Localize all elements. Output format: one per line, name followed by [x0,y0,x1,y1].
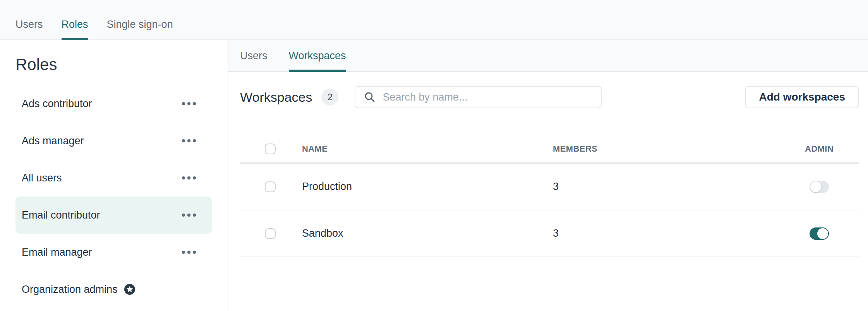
top-tab-users[interactable]: Users [15,0,43,39]
top-nav: Users Roles Single sign-on [0,0,868,40]
roles-sidebar: Roles Ads contributor Ads manager All us… [0,40,228,311]
more-options-icon[interactable] [181,173,197,183]
admin-toggle[interactable] [810,181,829,193]
more-options-icon[interactable] [181,99,197,108]
column-header-members: MEMBERS [553,144,779,154]
row-checkbox[interactable] [265,181,276,192]
role-label: Ads contributor [22,98,92,110]
column-header-admin: ADMIN [779,144,859,154]
workspaces-table: NAME MEMBERS ADMIN Production 3 [240,135,859,257]
top-tab-roles[interactable]: Roles [62,0,88,39]
workspace-tabbar: Users Workspaces [228,40,868,72]
search-input[interactable] [355,86,602,108]
sidebar-item-organization-admins[interactable]: Organization admins [15,271,212,308]
sidebar-item-all-users[interactable]: All users [15,159,212,197]
role-label: Email contributor [22,209,100,221]
sidebar-item-email-manager[interactable]: Email manager [15,234,212,271]
role-label: Organization admins [22,284,118,296]
role-list: Ads contributor Ads manager All users Em… [15,85,212,308]
top-tab-single-sign-on[interactable]: Single sign-on [107,0,173,39]
tab-users[interactable]: Users [240,40,268,71]
search-box [355,86,602,108]
sidebar-item-ads-contributor[interactable]: Ads contributor [15,85,212,122]
workspace-count-badge: 2 [321,89,338,106]
admin-toggle[interactable] [810,227,829,240]
workspace-name: Sandbox [302,227,553,239]
more-options-icon[interactable] [181,210,197,220]
column-header-name: NAME [302,144,553,154]
tab-workspaces[interactable]: Workspaces [289,40,346,71]
table-header-row: NAME MEMBERS ADMIN [240,135,859,164]
main-panel: Users Workspaces Workspaces 2 Add worksp… [228,40,868,311]
role-label: All users [22,172,62,184]
role-label: Ads manager [22,135,84,147]
table-row: Sandbox 3 [240,210,859,257]
workspace-members: 3 [553,181,779,193]
sidebar-item-ads-manager[interactable]: Ads manager [15,122,212,159]
toggle-knob [817,228,828,239]
row-checkbox[interactable] [265,228,276,239]
toggle-knob [810,181,821,192]
table-row: Production 3 [240,164,859,210]
workspace-members: 3 [553,227,779,239]
select-all-checkbox[interactable] [265,144,276,154]
workspace-name: Production [302,181,553,193]
add-workspaces-button[interactable]: Add workspaces [745,86,859,108]
more-options-icon[interactable] [181,248,197,257]
role-label: Email manager [22,246,92,258]
workspaces-content: Workspaces 2 Add workspaces [228,72,868,257]
sidebar-item-email-contributor[interactable]: Email contributor [15,197,212,234]
content-header: Workspaces 2 Add workspaces [240,86,859,108]
star-circle-icon [124,284,136,295]
more-options-icon[interactable] [181,136,197,145]
page-title: Workspaces [240,90,312,105]
sidebar-title: Roles [15,55,212,74]
